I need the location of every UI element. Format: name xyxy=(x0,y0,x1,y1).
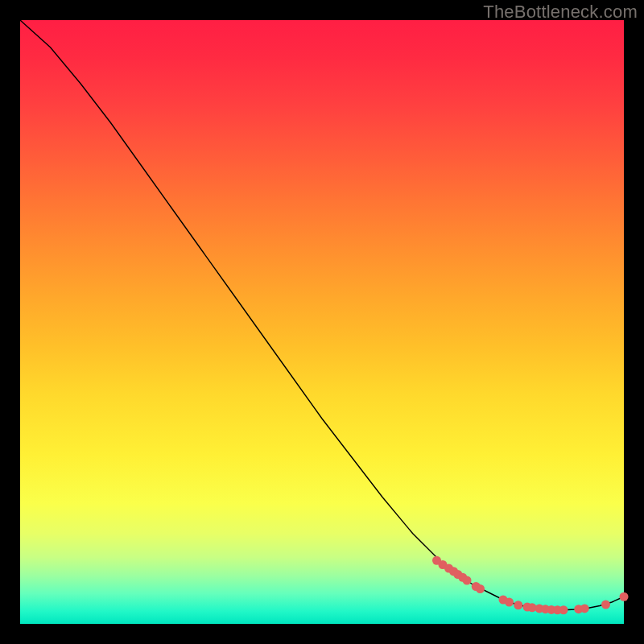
chart-frame: TheBottleneck.com xyxy=(0,0,644,644)
data-point-marker xyxy=(505,598,514,607)
main-curve xyxy=(20,20,624,610)
data-point-marker xyxy=(580,604,589,613)
data-point-marker xyxy=(463,576,472,585)
data-point-marker xyxy=(476,584,485,593)
chart-plot-area xyxy=(20,20,624,624)
data-point-marker xyxy=(514,601,522,609)
data-point-marker xyxy=(559,605,568,614)
chart-svg xyxy=(20,20,624,624)
data-point-marker xyxy=(620,592,629,601)
data-point-marker xyxy=(601,601,610,609)
